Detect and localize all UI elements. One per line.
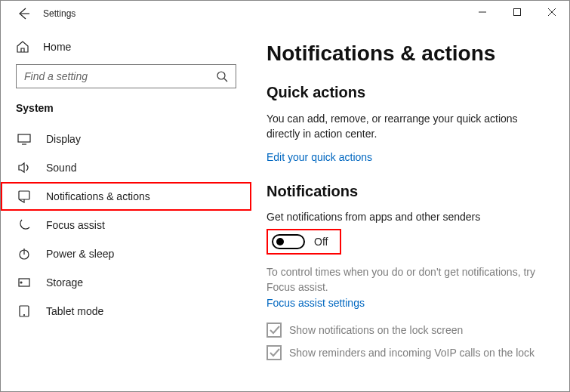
checkbox-label: Show notifications on the lock screen — [289, 324, 463, 336]
page-title: Notifications & actions — [267, 42, 539, 66]
sidebar-item-notifications[interactable]: Notifications & actions — [1, 182, 251, 211]
svg-point-1 — [217, 72, 225, 79]
home-icon — [16, 40, 29, 54]
edit-quick-actions-link[interactable]: Edit your quick actions — [267, 151, 372, 163]
checkbox-label: Show reminders and incoming VoIP calls o… — [289, 347, 535, 359]
svg-rect-3 — [19, 191, 29, 199]
tablet-icon — [17, 304, 31, 318]
storage-icon — [17, 276, 31, 289]
sidebar-item-label: Notifications & actions — [46, 190, 150, 202]
checkbox-row-voip[interactable]: Show reminders and incoming VoIP calls o… — [267, 345, 539, 360]
sidebar-item-label: Focus assist — [46, 219, 105, 231]
sidebar-home-label: Home — [43, 41, 71, 53]
focus-assist-settings-link[interactable]: Focus assist settings — [267, 297, 365, 309]
sidebar-home[interactable]: Home — [1, 35, 251, 58]
sidebar-heading: System — [1, 99, 251, 117]
sidebar-item-label: Storage — [46, 276, 83, 289]
sidebar-item-label: Sound — [46, 162, 76, 174]
toggle-state-label: Off — [314, 236, 328, 248]
svg-point-6 — [20, 282, 22, 283]
sidebar-item-tablet-mode[interactable]: Tablet mode — [1, 297, 251, 326]
svg-rect-0 — [514, 9, 521, 16]
search-input[interactable] — [24, 70, 216, 82]
notifications-toggle[interactable] — [272, 234, 305, 249]
quick-actions-heading: Quick actions — [267, 84, 539, 101]
notifications-icon — [17, 190, 31, 203]
window-title: Settings — [43, 8, 75, 19]
close-button[interactable] — [535, 1, 569, 23]
checkbox-row-lockscreen[interactable]: Show notifications on the lock screen — [267, 323, 539, 338]
power-icon — [17, 247, 31, 261]
sidebar-item-storage[interactable]: Storage — [1, 268, 251, 297]
sidebar-item-label: Power & sleep — [46, 248, 114, 260]
focus-assist-hint: To control times when you do or don't ge… — [267, 265, 539, 295]
maximize-button[interactable] — [500, 1, 535, 23]
main-panel: Notifications & actions Quick actions Yo… — [251, 26, 569, 391]
svg-point-8 — [24, 315, 25, 316]
notifications-toggle-wrap: Off — [267, 229, 341, 255]
sidebar: Home System Display Sound Notifications … — [1, 26, 251, 391]
minimize-button[interactable] — [465, 1, 500, 23]
sound-icon — [17, 161, 31, 174]
search-icon — [216, 70, 228, 82]
toggle-knob — [276, 238, 284, 245]
focus-assist-icon — [17, 218, 31, 232]
svg-rect-2 — [18, 134, 30, 142]
checkbox-icon — [267, 323, 282, 338]
checkbox-icon — [267, 345, 282, 360]
sidebar-item-label: Display — [46, 133, 81, 145]
search-box[interactable] — [16, 64, 236, 88]
notifications-heading: Notifications — [267, 183, 539, 200]
sidebar-item-focus-assist[interactable]: Focus assist — [1, 211, 251, 239]
sidebar-item-label: Tablet mode — [46, 305, 103, 317]
sidebar-item-power-sleep[interactable]: Power & sleep — [1, 239, 251, 268]
back-button[interactable] — [14, 5, 32, 23]
sidebar-item-sound[interactable]: Sound — [1, 153, 251, 182]
notifications-toggle-label: Get notifications from apps and other se… — [267, 211, 539, 223]
quick-actions-description: You can add, remove, or rearrange your q… — [267, 112, 539, 141]
display-icon — [17, 132, 31, 146]
sidebar-item-display[interactable]: Display — [1, 125, 251, 153]
